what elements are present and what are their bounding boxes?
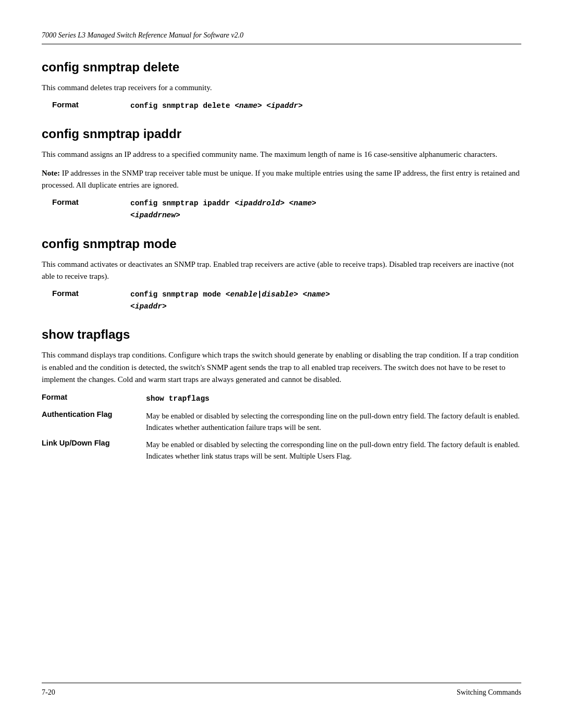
format-label-mode: Format bbox=[42, 289, 130, 298]
section-body-trapflags: This command displays trap conditions. C… bbox=[42, 349, 521, 386]
format-code-delete: config snmptrap delete <name> <ipaddr> bbox=[130, 100, 303, 112]
section-title-ipaddr: config snmptrap ipaddr bbox=[42, 127, 521, 141]
note-label-ipaddr: Note: bbox=[42, 169, 60, 177]
auth-flag-label: Authentication Flag bbox=[42, 410, 146, 418]
header-text: 7000 Series L3 Managed Switch Reference … bbox=[42, 31, 243, 40]
format-row-mode: Format config snmptrap mode <enable|disa… bbox=[42, 289, 521, 313]
page-header: 7000 Series L3 Managed Switch Reference … bbox=[42, 31, 521, 44]
section-title-trapflags: show trapflags bbox=[42, 327, 521, 342]
section-body-mode: This command activates or deactivates an… bbox=[42, 258, 521, 283]
format-row-delete: Format config snmptrap delete <name> <ip… bbox=[42, 100, 521, 112]
page-footer: 7-20 Switching Commands bbox=[42, 683, 521, 697]
note-text-ipaddr: IP addresses in the SNMP trap receiver t… bbox=[42, 169, 520, 189]
footer-page-number: 7-20 bbox=[42, 688, 55, 697]
section-config-snmptrap-delete: config snmptrap delete This command dele… bbox=[42, 60, 521, 112]
page: 7000 Series L3 Managed Switch Reference … bbox=[0, 0, 563, 728]
format-label-delete: Format bbox=[42, 100, 130, 109]
section-show-trapflags: show trapflags This command displays tra… bbox=[42, 327, 521, 462]
section-body-delete: This command deletes trap receivers for … bbox=[42, 82, 521, 94]
section-title-mode: config snmptrap mode bbox=[42, 237, 521, 251]
section-config-snmptrap-ipaddr: config snmptrap ipaddr This command assi… bbox=[42, 127, 521, 221]
table-header-format: Format bbox=[42, 393, 146, 401]
footer-section-name: Switching Commands bbox=[457, 688, 521, 697]
section-body-ipaddr: This command assigns an IP address to a … bbox=[42, 149, 521, 161]
link-flag-desc: May be enabled or disabled by selecting … bbox=[146, 439, 521, 462]
table-header-row: Format show trapflags bbox=[42, 393, 521, 404]
format-row-ipaddr: Format config snmptrap ipaddr <ipaddrold… bbox=[42, 198, 521, 221]
table-row-auth-flag: Authentication Flag May be enabled or di… bbox=[42, 410, 521, 434]
link-flag-label: Link Up/Down Flag bbox=[42, 439, 146, 447]
content-area: config snmptrap delete This command dele… bbox=[42, 60, 521, 683]
table-header-code: show trapflags bbox=[146, 393, 521, 404]
format-code-mode: config snmptrap mode <enable|disable> <n… bbox=[130, 289, 330, 313]
format-label-ipaddr: Format bbox=[42, 198, 130, 206]
auth-flag-desc: May be enabled or disabled by selecting … bbox=[146, 410, 521, 434]
section-note-ipaddr: Note: IP addresses in the SNMP trap rece… bbox=[42, 167, 521, 192]
format-code-ipaddr: config snmptrap ipaddr <ipaddrold> <name… bbox=[130, 198, 316, 221]
trapflags-table: Format show trapflags Authentication Fla… bbox=[42, 393, 521, 462]
section-title-delete: config snmptrap delete bbox=[42, 60, 521, 75]
section-config-snmptrap-mode: config snmptrap mode This command activa… bbox=[42, 237, 521, 313]
table-row-link-flag: Link Up/Down Flag May be enabled or disa… bbox=[42, 439, 521, 462]
